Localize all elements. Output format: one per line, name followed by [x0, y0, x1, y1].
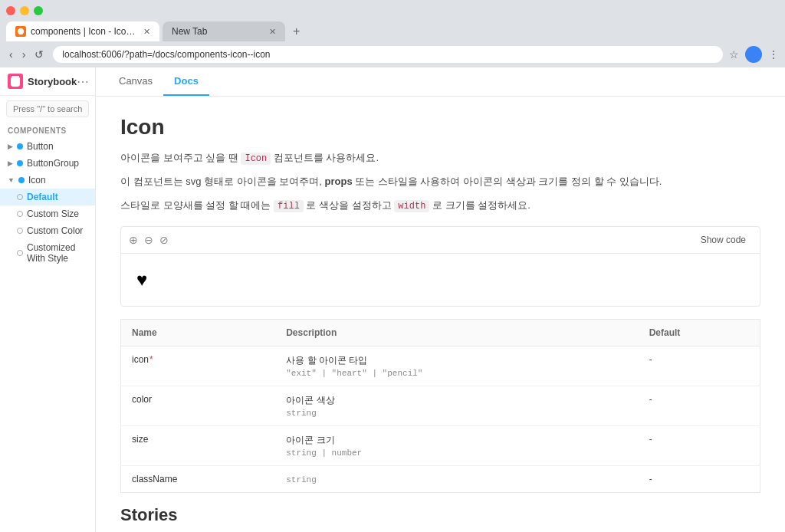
customized-dot-icon — [17, 250, 23, 256]
active-tab[interactable]: components | Icon - Icon · Sto ✕ — [6, 21, 159, 41]
color-desc-title: 아이콘 색상 — [286, 394, 627, 407]
size-desc-title: 아이콘 크기 — [286, 434, 627, 447]
bookmark-button[interactable]: ☆ — [729, 48, 739, 61]
table-row-icon: icon* 사용 할 아이콘 타입 "exit" | "heart" | "pe… — [121, 346, 760, 386]
new-tab-button[interactable]: + — [288, 23, 304, 40]
prop-desc-icon: 사용 할 아이콘 타입 "exit" | "heart" | "pencil" — [275, 346, 638, 386]
address-bar: ‹ › ↺ ☆ ⋮ — [0, 41, 785, 67]
icon-code-inline: Icon — [241, 153, 271, 165]
prop-name-size: size — [121, 426, 276, 466]
sidebar-button-label: Button — [27, 141, 54, 152]
sidebar-app-title: Storybook — [28, 76, 77, 87]
main-tabs-bar: Canvas Docs — [96, 67, 785, 97]
traffic-light-green[interactable] — [34, 6, 43, 15]
button-dot-icon — [17, 143, 23, 149]
prop-default-color: - — [639, 386, 760, 426]
forward-button[interactable]: › — [19, 47, 29, 62]
reload-button[interactable]: ↺ — [31, 47, 47, 62]
fill-code: fill — [274, 200, 304, 212]
traffic-lights — [6, 6, 779, 15]
icon-desc-type: "exit" | "heart" | "pencil" — [286, 369, 627, 378]
app: Storybook ⋯ COMPONENTS ▶ Button ▶ Button… — [0, 67, 785, 532]
buttongroup-dot-icon — [17, 160, 23, 166]
tab-docs[interactable]: Docs — [163, 67, 209, 96]
components-section-label: COMPONENTS — [0, 122, 95, 138]
zoom-out-button[interactable]: ⊖ — [144, 234, 153, 246]
sidebar-default-label: Default — [27, 192, 58, 202]
prop-name-classname: className — [121, 466, 276, 493]
sidebar-item-button[interactable]: ▶ Button — [0, 138, 95, 155]
caret-right-icon-2: ▶ — [8, 159, 13, 167]
browser-chrome: components | Icon - Icon · Sto ✕ New Tab… — [0, 0, 785, 41]
custom-size-dot-icon — [17, 211, 23, 217]
sidebar-group: ▶ Button ▶ ButtonGroup ▼ Icon Default Cu… — [0, 138, 95, 267]
zoom-reset-button[interactable]: ⊘ — [159, 234, 169, 246]
docs-intro: 아이콘을 보여주고 싶을 땐 Icon 컴포넌트를 사용하세요. — [120, 150, 760, 166]
prop-name-color: color — [121, 386, 276, 426]
url-input[interactable] — [53, 46, 723, 63]
sidebar-logo: Storybook — [8, 74, 77, 89]
prop-default-classname: - — [639, 466, 760, 493]
inactive-tab-close-btn[interactable]: ✕ — [269, 27, 276, 37]
traffic-light-yellow[interactable] — [20, 6, 29, 15]
icon-dot-icon — [18, 177, 25, 183]
caret-right-icon: ▶ — [8, 143, 13, 150]
active-tab-title: components | Icon - Icon · Sto — [31, 26, 139, 37]
default-dot-icon — [17, 194, 23, 200]
tab-bar: components | Icon - Icon · Sto ✕ New Tab… — [6, 21, 779, 41]
sidebar-buttongroup-label: ButtonGroup — [27, 158, 79, 169]
preview-area: ♥ — [121, 254, 760, 306]
sidebar-custom-size-label: Custom Size — [27, 209, 79, 219]
props-col-default: Default — [639, 320, 760, 346]
zoom-in-button[interactable]: ⊕ — [129, 234, 138, 246]
classname-desc-type: string — [286, 475, 627, 484]
prop-name-icon: icon* — [121, 346, 276, 386]
sidebar: Storybook ⋯ COMPONENTS ▶ Button ▶ Button… — [0, 67, 96, 532]
main-area: Canvas Docs Icon 아이콘을 보여주고 싶을 땐 Icon 컴포넌… — [96, 67, 785, 532]
size-desc-type: string | number — [286, 448, 627, 458]
docs-style-note: 스타일로 모양새를 설정 할 때에는 fill 로 색상을 설정하고 width… — [120, 198, 760, 214]
sidebar-item-buttongroup[interactable]: ▶ ButtonGroup — [0, 155, 95, 172]
sidebar-header: Storybook ⋯ — [0, 67, 95, 96]
tab-canvas[interactable]: Canvas — [108, 67, 163, 96]
sidebar-item-custom-size[interactable]: Custom Size — [0, 205, 95, 222]
tab-favicon — [15, 26, 26, 37]
search-box — [0, 96, 95, 122]
prop-desc-color: 아이콘 색상 string — [275, 386, 638, 426]
tab-close-btn[interactable]: ✕ — [143, 27, 150, 37]
color-desc-type: string — [286, 409, 627, 418]
props-table: Name Description Default icon* 사용 할 아이콘 … — [120, 319, 760, 493]
sidebar-menu-button[interactable]: ⋯ — [77, 74, 89, 89]
sidebar-item-icon[interactable]: ▼ Icon — [0, 172, 95, 189]
prop-desc-classname: string — [275, 466, 638, 493]
table-row-color: color 아이콘 색상 string - — [121, 386, 760, 426]
show-code-button[interactable]: Show code — [695, 232, 752, 248]
browser-menu-button[interactable]: ⋮ — [768, 48, 779, 61]
stories-section-title: Stories — [120, 505, 760, 525]
inactive-tab-title: New Tab — [172, 26, 264, 37]
prop-default-size: - — [639, 426, 760, 466]
default-preview-box: ⊕ ⊖ ⊘ Show code ♥ — [120, 226, 760, 307]
sidebar-item-icon-default[interactable]: Default — [0, 189, 95, 205]
props-col-name: Name — [121, 320, 276, 346]
inactive-tab[interactable]: New Tab ✕ — [163, 21, 285, 41]
icon-desc-title: 사용 할 아이콘 타입 — [286, 354, 627, 367]
storybook-svg — [10, 76, 21, 87]
sidebar-icon-label: Icon — [28, 175, 46, 186]
user-avatar — [745, 46, 762, 63]
main-content: Icon 아이콘을 보여주고 싶을 땐 Icon 컴포넌트를 사용하세요. 이 … — [96, 97, 785, 532]
traffic-light-red[interactable] — [6, 6, 15, 15]
sidebar-item-custom-color[interactable]: Custom Color — [0, 222, 95, 239]
search-input[interactable] — [6, 100, 89, 117]
table-row-size: size 아이콘 크기 string | number - — [121, 426, 760, 466]
required-mark-icon: * — [149, 354, 153, 365]
nav-buttons: ‹ › ↺ — [6, 47, 47, 62]
heart-icon-preview: ♥ — [136, 269, 147, 291]
sidebar-customized-label: Customized With Style — [27, 242, 87, 264]
sidebar-item-customized-with-style[interactable]: Customized With Style — [0, 239, 95, 267]
sidebar-custom-color-label: Custom Color — [27, 225, 83, 236]
width-code: width — [394, 200, 429, 212]
docs-description: 이 컴포넌트는 svg 형태로 아이콘을 보여주며, props 또는 스타일을… — [120, 174, 760, 190]
back-button[interactable]: ‹ — [6, 47, 16, 62]
caret-down-icon: ▼ — [8, 176, 15, 184]
